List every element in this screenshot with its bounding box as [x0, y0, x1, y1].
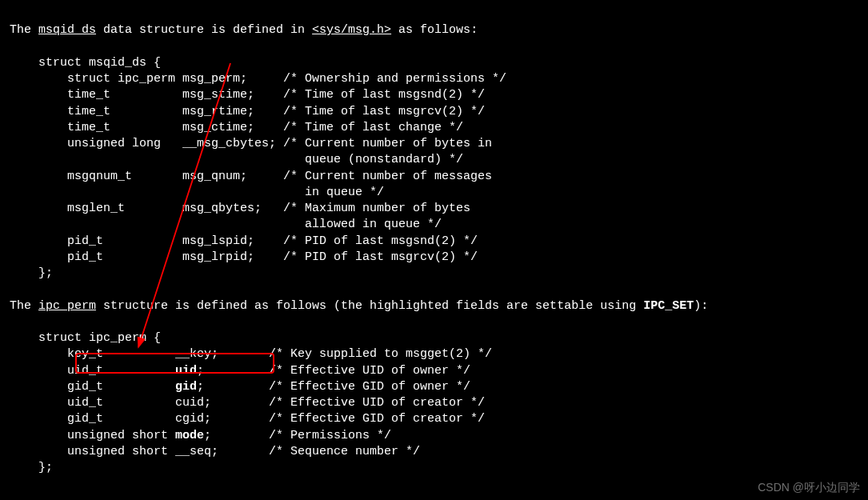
ipc-field-gid: gid_t gid; /* Effective GID of owner */: [10, 380, 470, 394]
t: data structure is defined in: [96, 23, 312, 37]
intro-line-1: The msqid_ds data structure is defined i…: [10, 23, 478, 37]
msqid-field: in queue */: [10, 186, 384, 199]
t: structure is defined as follows (the hig…: [96, 299, 643, 313]
watermark: CSDN @呀小边同学: [758, 480, 860, 495]
ipc-perm-ref: ipc_perm: [38, 299, 96, 313]
t: key_t: [10, 347, 175, 361]
ipc-field-key: key_t __key; /* Key supplied to msgget(2…: [10, 347, 492, 361]
uid-name: uid: [175, 364, 197, 378]
t: as follows:: [391, 23, 478, 37]
t: ; /* Effective UID of owner */: [197, 364, 470, 378]
t: uid_t: [10, 364, 175, 378]
sys-msg-header: <sys/msg.h>: [312, 23, 391, 37]
t: The: [10, 299, 38, 313]
msqid-field: time_t msg_stime; /* Time of last msgsnd…: [10, 88, 485, 102]
msqid-field: time_t msg_ctime; /* Time of last change…: [10, 121, 463, 134]
msqid-field: queue (nonstandard) */: [10, 153, 463, 166]
msqid-ds-ref: msqid_ds: [38, 23, 96, 37]
intro-line-2: The ipc_perm structure is defined as fol…: [10, 299, 708, 313]
t: The: [10, 23, 38, 37]
msqid-close: };: [10, 266, 53, 280]
t: gid_t: [10, 380, 175, 394]
t: /* Key supplied to msgget(2) */: [218, 347, 492, 361]
msqid-field: msgqnum_t msg_qnum; /* Current number of…: [10, 170, 492, 183]
mode-name: mode: [175, 429, 204, 442]
t: ):: [694, 299, 708, 313]
code-page: The msqid_ds data structure is defined i…: [0, 0, 868, 500]
msqid-field: allowed in queue */: [10, 218, 442, 231]
msqid-field: unsigned long __msg_cbytes; /* Current n…: [10, 137, 492, 150]
msqid-field: pid_t msg_lrpid; /* PID of last msgrcv(2…: [10, 250, 478, 264]
ipc-open: struct ipc_perm {: [10, 331, 161, 345]
ipc-field-mode: unsigned short mode; /* Permissions */: [10, 429, 391, 442]
ipc-field: gid_t cgid; /* Effective GID of creator …: [10, 412, 485, 426]
gid-name: gid: [175, 380, 197, 394]
t: ; /* Permissions */: [204, 429, 391, 442]
msqid-field: time_t msg_rtime; /* Time of last msgrcv…: [10, 105, 485, 118]
t: ; /* Effective GID of owner */: [197, 380, 470, 394]
ipc-close: };: [10, 461, 53, 474]
ipc-field-uid: uid_t uid; /* Effective UID of owner */: [10, 364, 470, 378]
t: unsigned short: [10, 429, 175, 442]
ipc-set-const: IPC_SET: [643, 299, 694, 313]
msqid-open: struct msqid_ds {: [10, 56, 161, 70]
msqid-field: pid_t msg_lspid; /* PID of last msgsnd(2…: [10, 234, 478, 248]
key-name: __key;: [175, 347, 218, 361]
ipc-field: uid_t cuid; /* Effective UID of creator …: [10, 396, 485, 410]
ipc-field: unsigned short __seq; /* Sequence number…: [10, 445, 420, 458]
msqid-field: struct ipc_perm msg_perm; /* Ownership a…: [10, 72, 506, 86]
msqid-field: msglen_t msg_qbytes; /* Maximum number o…: [10, 202, 470, 215]
